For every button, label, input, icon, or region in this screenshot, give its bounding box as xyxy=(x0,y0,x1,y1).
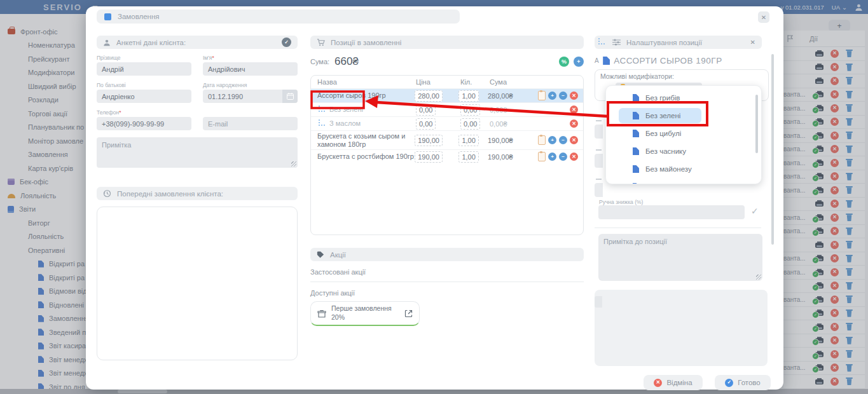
position-name: Ассорти сыров 190гр xyxy=(317,92,386,100)
remove-position-button[interactable]: ✕ xyxy=(570,119,578,128)
remove-position-button[interactable]: ✕ xyxy=(570,136,578,144)
qty-input[interactable]: 1,00 xyxy=(458,135,478,146)
client-note-placeholder: Примітка xyxy=(102,141,131,149)
text-input[interactable]: 01.12.1990 xyxy=(203,90,298,103)
document-icon xyxy=(603,57,610,65)
resize-handle[interactable] xyxy=(756,275,761,280)
clipboard-icon[interactable] xyxy=(538,135,546,145)
qty-input[interactable]: 1,00 xyxy=(458,90,478,102)
field-value: 01.12.1990 xyxy=(208,93,243,100)
position-row[interactable]: Брускетта с ростбифом 190гр 190,00 1,00 … xyxy=(311,149,583,163)
hidden-label-fragment xyxy=(596,179,602,180)
hidden-input-fragment xyxy=(595,296,602,308)
position-note-input[interactable]: Примітка до позиції xyxy=(598,234,762,281)
field-label: Телефон* xyxy=(97,109,191,116)
col-sum: Сума xyxy=(490,78,541,86)
dropdown-item[interactable]: Без грибів xyxy=(606,89,761,107)
decrease-qty-button[interactable]: − xyxy=(559,92,567,100)
qty-input[interactable]: 0,00 xyxy=(460,104,480,116)
calendar-icon xyxy=(287,93,294,100)
client-note-input[interactable]: Примітка xyxy=(97,137,298,168)
settings-section-header: Налаштування позиції ✕ xyxy=(595,36,762,49)
done-button[interactable]: ✓ Готово xyxy=(715,375,771,390)
price-input[interactable]: 280,00 xyxy=(415,90,443,102)
position-name: Брускета с козьим сыром и хамоном 180гр xyxy=(317,132,415,148)
done-label: Готово xyxy=(738,379,761,386)
remove-position-button[interactable]: ✕ xyxy=(570,92,578,100)
increase-qty-button[interactable]: + xyxy=(548,136,556,144)
discount-percent-button[interactable]: % xyxy=(559,57,569,67)
position-row[interactable]: З маслом 0,00 0,00 0,00₴ ✕ xyxy=(311,116,583,130)
text-input[interactable]: Андрійович xyxy=(203,62,298,76)
position-title: АССОРТИ СЫРОВ 190ГР xyxy=(614,56,722,65)
dropdown-item[interactable]: Без цибулі xyxy=(606,125,761,142)
drag-handle-icon[interactable] xyxy=(317,105,327,114)
decrease-qty-button[interactable]: − xyxy=(559,153,567,161)
apply-discount-check[interactable]: ✓ xyxy=(751,206,759,216)
manual-discount-input[interactable] xyxy=(598,205,745,219)
applied-promos-label: Застосовані акції xyxy=(310,268,584,276)
qty-input[interactable]: 1,00 xyxy=(458,151,478,163)
field-label: По батькові xyxy=(97,82,191,88)
clipboard-icon[interactable] xyxy=(538,91,546,100)
qty-input[interactable]: 0,00 xyxy=(460,118,480,130)
hidden-input-fragment xyxy=(595,183,603,197)
drag-handle-icon[interactable] xyxy=(597,38,607,46)
dropdown-item-label: Без перцю xyxy=(645,183,681,184)
cancel-button[interactable]: ✕ Відміна xyxy=(644,375,703,390)
increase-qty-button[interactable]: + xyxy=(548,92,556,100)
remove-position-button[interactable]: ✕ xyxy=(570,153,578,161)
add-position-button[interactable]: + xyxy=(574,57,584,67)
promo-title: Перше замовлення xyxy=(331,304,399,313)
clipboard-icon[interactable] xyxy=(538,152,546,161)
hidden-label-fragment xyxy=(596,120,602,121)
position-row[interactable]: Брускета с козьим сыром и хамоном 180гр … xyxy=(311,130,583,149)
form-field: Ім'я* Андрійович xyxy=(203,55,298,76)
gift-icon xyxy=(317,309,326,318)
settings-divider xyxy=(595,228,761,228)
settings-scrollbar[interactable] xyxy=(771,54,774,245)
text-input[interactable]: +38(099)-909-99-99 xyxy=(97,117,191,130)
external-link-icon[interactable] xyxy=(404,309,413,318)
position-row[interactable]: Ассорти сыров 190гр 280,00 1,00 280,00₴ … xyxy=(311,88,583,102)
dropdown-item[interactable]: Без перцю xyxy=(606,178,761,184)
price-input[interactable]: 190,00 xyxy=(415,135,443,146)
position-note-placeholder: Примітка до позиції xyxy=(603,238,667,245)
dropdown-scrollbar[interactable] xyxy=(755,95,758,153)
promos-section-header: Акції xyxy=(310,248,584,261)
decrease-qty-button[interactable]: − xyxy=(559,136,567,144)
settings-close-button[interactable]: ✕ xyxy=(750,39,755,46)
field-value: Андріенко xyxy=(102,93,135,100)
dropdown-item[interactable]: Без зелені xyxy=(606,107,761,125)
dropdown-item[interactable]: Без часнику xyxy=(606,142,761,160)
resize-handle[interactable] xyxy=(291,161,296,166)
positions-table: Назва Ціна Кіл. Сума Ассорти сыров 190гр… xyxy=(310,75,584,235)
text-input[interactable]: Андріенко xyxy=(97,90,191,103)
text-input[interactable]: E-mail xyxy=(203,117,298,130)
dropdown-item[interactable]: Без майонезу xyxy=(606,160,761,178)
increase-qty-button[interactable]: + xyxy=(548,153,556,161)
drag-handle-icon[interactable] xyxy=(317,119,327,128)
hidden-input-fragment xyxy=(595,154,603,168)
modal-title-bar: Замовлення xyxy=(97,10,460,24)
price-input[interactable]: 0,00 xyxy=(416,118,436,130)
modal-close-button[interactable]: ✕ xyxy=(758,11,769,23)
promo-card[interactable]: Перше замовлення 20% xyxy=(310,301,420,326)
done-icon: ✓ xyxy=(725,379,733,387)
price-input[interactable]: 0,00 xyxy=(416,104,436,116)
tag-icon xyxy=(317,251,324,259)
settings-section-title: Налаштування позиції xyxy=(626,39,702,46)
dropdown-item-label: Без часнику xyxy=(645,147,686,155)
remove-position-button[interactable]: ✕ xyxy=(570,105,578,114)
position-row[interactable]: Без зелені 0,00 0,00 0,00₴ ✕ xyxy=(311,102,583,116)
price-input[interactable]: 190,00 xyxy=(415,151,443,163)
row-sum: 280,00₴ xyxy=(488,92,538,100)
client-section-title: Анкетні дані клієнта: xyxy=(116,39,186,46)
client-verified-icon[interactable]: ✓ xyxy=(282,37,291,47)
row-sum: 190,00₴ xyxy=(488,153,538,161)
calendar-button[interactable] xyxy=(282,90,298,103)
promo-value: 20% xyxy=(331,313,399,322)
text-input[interactable]: Андрій xyxy=(97,62,191,76)
promos-section-title: Акції xyxy=(330,251,346,259)
field-label: Прізвище xyxy=(97,55,191,61)
